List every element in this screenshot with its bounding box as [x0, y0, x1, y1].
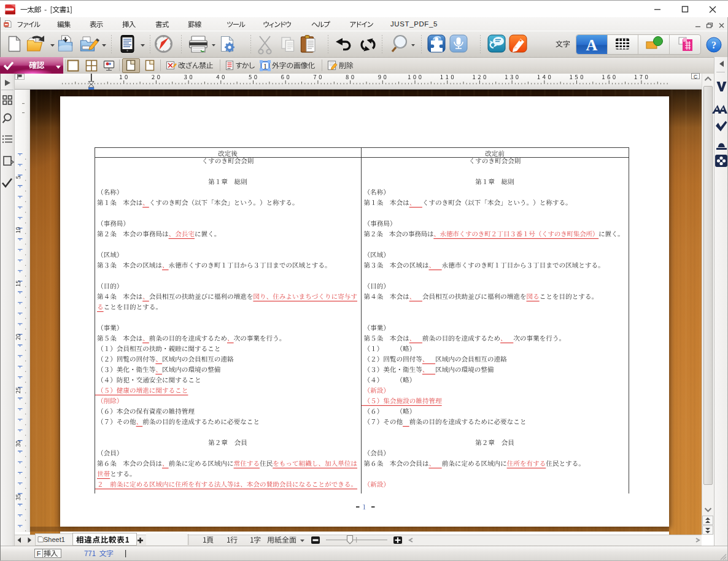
svg-text:A: A	[586, 36, 598, 54]
svg-text:?: ?	[711, 40, 716, 50]
svg-text:F: F	[37, 550, 41, 557]
svg-text:1: 1	[263, 62, 267, 71]
